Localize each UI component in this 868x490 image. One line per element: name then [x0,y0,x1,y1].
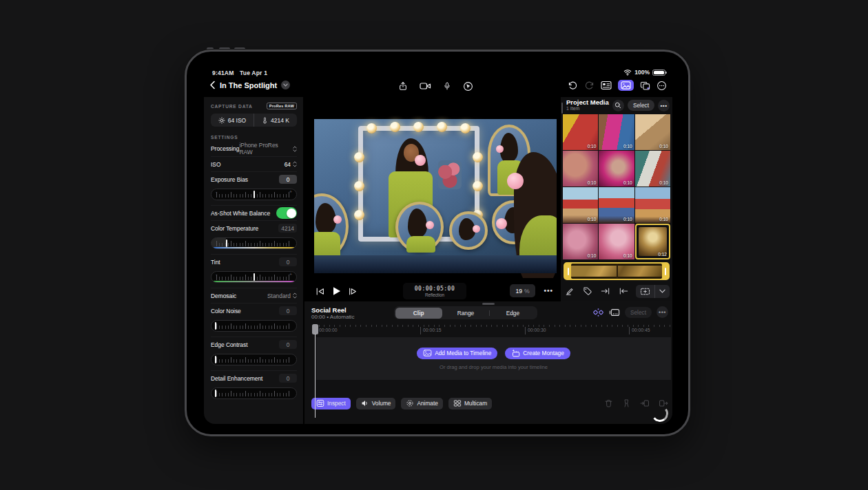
media-browser-icon[interactable] [618,80,634,91]
previous-frame-icon[interactable] [316,287,325,296]
share-icon[interactable] [398,81,408,92]
pointer-circle-icon[interactable] [463,81,473,92]
insert-left-icon[interactable] [640,398,650,408]
color-noise-value[interactable]: 0 [279,306,297,315]
media-thumbnail[interactable]: 0:10 [563,187,598,223]
media-select-button[interactable]: Select [628,100,654,111]
segment-edge[interactable]: Edge [489,308,536,319]
more-options-icon[interactable] [657,81,667,91]
color-noise-slider[interactable] [211,320,297,332]
exposure-bias-value[interactable]: 0 [279,175,297,184]
trim-handle-left[interactable] [565,264,571,279]
color-temperature-value[interactable]: 4214 [278,224,297,233]
media-thumbnail[interactable]: 0:10 [635,151,670,187]
timecode-display[interactable]: 00:00:05:00 Reflection [403,283,466,299]
inspect-button[interactable]: Inspect [311,398,351,409]
chevron-down-icon[interactable] [654,285,670,298]
color-temperature-slider[interactable] [211,237,297,249]
timeline-drag-handle[interactable] [482,303,495,305]
trim-handle-right[interactable] [662,264,668,279]
animate-button[interactable]: Animate [401,398,442,409]
timeline-ruler[interactable]: 00:00:00 00:00:15 00:00:30 00:00:45 [313,324,672,335]
filmstrip-frames[interactable] [571,264,662,279]
detail-enhancement-slider[interactable] [211,387,297,399]
redo-icon[interactable] [584,81,595,91]
demosaic-row[interactable]: Demosaic Standard [211,288,297,303]
edge-contrast-value[interactable]: 0 [279,340,297,349]
next-frame-icon[interactable] [348,287,358,296]
transitions-effects-icon[interactable] [640,81,650,91]
add-media-to-timeline-button[interactable]: Add Media to Timeline [417,348,497,359]
play-icon[interactable] [332,286,341,296]
media-thumbnail[interactable]: 0:10 [635,114,670,150]
timeline-more-icon[interactable]: ••• [657,306,668,318]
slider-handle[interactable] [254,273,255,281]
media-thumbnail[interactable]: 0:10 [599,114,634,150]
stepper-icon[interactable] [293,146,297,152]
temperature-chip: 4214 K [254,114,297,127]
browser-layout-icon[interactable] [601,81,612,90]
clip-filmstrip-trimmer[interactable] [564,262,670,280]
media-thumbnail[interactable]: 0:10 [635,187,670,223]
tint-slider[interactable]: - + [211,271,297,283]
panel-resize-handle[interactable] [561,103,563,114]
white-balance-toggle[interactable] [276,207,297,219]
media-thumbnail[interactable]: 0:10 [563,151,598,187]
skimming-toggle-icon[interactable] [592,308,604,317]
viewer-zoom-control[interactable]: 19 % [510,284,535,297]
video-preview[interactable] [314,116,557,278]
delete-clip-icon[interactable] [604,398,613,408]
timeline-select-button[interactable]: Select [625,307,652,318]
create-montage-button[interactable]: Create Montage [505,348,570,359]
slider-handle[interactable] [215,356,216,363]
search-icon[interactable] [612,100,624,111]
slider-handle[interactable] [226,239,227,247]
tag-icon[interactable] [583,286,592,296]
back-button[interactable] [209,81,216,89]
detail-enhancement-value[interactable]: 0 [279,374,297,383]
stepper-icon[interactable] [293,161,297,167]
marker-pencil-icon[interactable] [565,286,575,296]
project-title[interactable]: In The Spotlight [220,81,277,89]
clip-appearance-icon[interactable] [609,308,620,317]
camera-icon[interactable] [420,81,431,91]
slider-handle[interactable] [215,390,216,397]
playhead[interactable] [312,324,318,334]
processing-value: iPhone ProRes RAW [239,142,291,156]
media-more-icon[interactable]: ••• [658,100,670,111]
iso-row[interactable]: ISO 64 [211,156,297,171]
undo-icon[interactable] [568,81,578,91]
inspect-icon [316,399,324,407]
overwrite-clip-icon[interactable] [636,285,654,298]
viewer-more-icon[interactable]: ••• [544,287,553,295]
insert-to-playhead-icon[interactable] [601,286,610,296]
stepper-icon[interactable] [293,292,297,299]
microphone-icon[interactable] [443,81,451,92]
processing-row[interactable]: Processing iPhone ProRes RAW [211,141,297,156]
media-thumbnail[interactable]: 0:10 [563,114,598,150]
slider-handle[interactable] [254,191,255,198]
clip-duration: 0:10 [659,144,668,149]
current-clip-name: Reflection [425,292,444,297]
timeline-header: Social Reel 00:00 • Automatic Clip Range… [304,306,672,322]
segment-range[interactable]: Range [442,308,489,319]
media-thumbnail[interactable]: 0:10 [599,151,634,187]
multicam-button[interactable]: Multicam [448,398,492,409]
edge-contrast-slider[interactable] [211,354,297,365]
blade-split-icon[interactable] [622,398,631,408]
tint-value[interactable]: 0 [279,257,297,266]
timeline-title: Social Reel [311,306,354,314]
title-menu-chevron-icon[interactable] [281,81,290,89]
inspector-panel: CAPTURE DATA ProRes RAW 64 ISO [204,97,304,424]
segment-clip[interactable]: Clip [395,308,442,319]
volume-button[interactable]: Volume [356,398,396,409]
append-clip-icon[interactable] [619,286,628,296]
media-thumbnail[interactable]: 0:10 [599,187,634,223]
media-thumbnail[interactable]: 0:10 [563,224,598,259]
speaker-icon [361,399,369,407]
exposure-bias-slider[interactable]: - + [211,189,297,200]
slider-handle[interactable] [215,322,216,330]
media-thumbnail[interactable]: 0:10 [599,224,634,259]
exposure-bias-row: Exposure Bias 0 [211,171,297,187]
media-thumbnail-selected[interactable]: 0:12 [635,224,670,259]
